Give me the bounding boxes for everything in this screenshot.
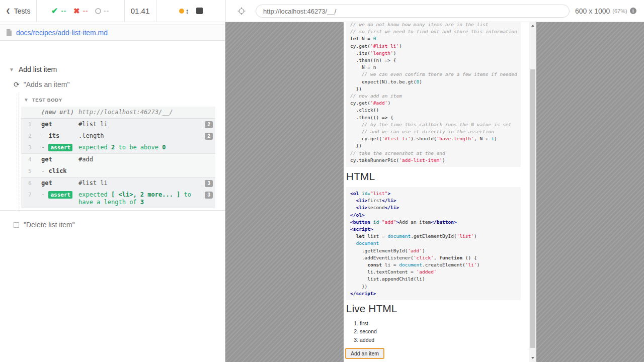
- info-icon[interactable]: i: [630, 8, 636, 14]
- code-line: <script>: [350, 226, 517, 233]
- selector-playground-icon[interactable]: [237, 7, 246, 15]
- add-an-item-button[interactable]: Add an item: [345, 348, 384, 359]
- command-method: - click: [41, 167, 78, 175]
- aut-url-input[interactable]: http://localhost:46273/__/: [256, 5, 570, 18]
- file-icon: [6, 29, 12, 36]
- scroll-up-arrow-icon[interactable]: [531, 25, 534, 27]
- code-line: cy.takeRunnerPic('add-list-item'): [350, 157, 517, 164]
- command-row[interactable]: 3- assertexpected 2 to be above 0: [21, 142, 215, 153]
- command-number: 5: [21, 167, 41, 175]
- viewport-scale: (67%): [612, 8, 627, 14]
- html-section-heading: HTML: [346, 170, 375, 183]
- code-line: <li>first</li>: [350, 197, 517, 204]
- code-line: expect(N).to.be.gt(0): [350, 78, 517, 85]
- refresh-icon: ⟳: [14, 81, 20, 88]
- command-row[interactable]: 7- assertexpected [ <li>, 2 more... ] to…: [21, 189, 215, 208]
- live-html-section-heading: Live HTML: [346, 303, 397, 315]
- command-message: [78, 167, 197, 175]
- pending-count: --: [104, 7, 109, 15]
- auto-scroll-toggle[interactable]: ↕: [179, 7, 189, 15]
- command-row[interactable]: 6get#list li3: [21, 177, 215, 189]
- pending-test-row[interactable]: "Delete list item": [14, 221, 75, 229]
- command-message: #list li: [78, 121, 197, 128]
- list-item: added: [360, 336, 377, 344]
- viewport-info: 600 x 1000 (67%) i: [575, 0, 636, 22]
- aut-url: http://localhost:46273/__/: [263, 8, 336, 15]
- caret-down-icon: ▼: [9, 67, 14, 72]
- passed-count: --: [61, 7, 66, 15]
- code-line: // now add an item: [350, 93, 517, 100]
- command-row[interactable]: 2- its.length2: [21, 130, 215, 142]
- aut-background: // we do not know how many items are in …: [225, 22, 644, 362]
- code-line: }): [350, 142, 517, 149]
- check-icon: ✔: [51, 6, 58, 16]
- code-line: <ol id="list">: [350, 190, 517, 197]
- aut-iframe: // we do not know how many items are in …: [344, 22, 536, 362]
- back-to-tests-button[interactable]: ❮ Tests: [0, 0, 36, 22]
- code-line: // by the time this callback runs the N …: [350, 121, 517, 128]
- code-line: document: [350, 240, 517, 247]
- up-down-arrow-icon: ↕: [186, 7, 189, 15]
- spec-code-block: // we do not know how many items are in …: [346, 22, 521, 167]
- command-row[interactable]: 5- click: [21, 165, 215, 177]
- scroll-down-arrow-icon[interactable]: [531, 357, 534, 359]
- test-body-label: TEST BODY: [32, 97, 62, 103]
- command-number: 1: [21, 121, 41, 128]
- code-line: </script>: [350, 290, 517, 297]
- suite-header[interactable]: ▼ Add list item: [9, 65, 57, 73]
- command-method: - assert: [41, 191, 78, 206]
- stop-button[interactable]: [196, 8, 203, 14]
- command-message: expected [ <li>, 2 more... ] to have a l…: [78, 191, 197, 206]
- x-icon: ✖: [73, 7, 80, 16]
- code-line: const li = document.createElement('li'): [350, 261, 517, 268]
- command-log: (new url)http://localhost:46273/__/1get#…: [21, 107, 215, 208]
- command-row[interactable]: 1get#list li2: [21, 119, 215, 130]
- test-duration: 01.41: [124, 0, 156, 22]
- command-row[interactable]: 4get#add: [21, 153, 215, 165]
- code-line: <li>second</li>: [350, 204, 517, 211]
- code-line: .then((n) => {: [350, 57, 517, 64]
- pending-stat: --: [95, 7, 109, 15]
- failed-stat: ✖ --: [73, 7, 88, 16]
- indent-guide-line: [19, 93, 19, 212]
- command-method: (new url): [41, 109, 78, 116]
- element-count-badge: 3: [205, 192, 213, 199]
- spec-path-link[interactable]: docs/recipes/add-list-item.md: [16, 29, 108, 37]
- test-title: "Adds an item": [24, 80, 70, 88]
- code-line: <button id="add">Add an item</button>: [350, 219, 517, 226]
- runner-header: ❮ Tests ✔ -- ✖ -- -- 01.41 ↕ http:: [0, 0, 644, 22]
- code-line: let list = document.getElementById('list…: [350, 233, 517, 240]
- code-line: list.appendChild(li): [350, 276, 517, 283]
- passed-stat: ✔ --: [51, 6, 66, 16]
- scrollbar-thumb[interactable]: [530, 69, 535, 348]
- element-count-badge: 3: [205, 180, 213, 187]
- scrollbar[interactable]: [529, 22, 536, 362]
- viewport-dimensions: 600 x 1000: [575, 7, 610, 15]
- list-item: second: [360, 327, 377, 335]
- code-line: li.textContent = 'added': [350, 268, 517, 276]
- test-header[interactable]: ⟳ "Adds an item": [14, 80, 69, 88]
- yellow-dot-icon: [179, 9, 184, 14]
- code-line: .addEventListener('click', function () {: [350, 254, 517, 261]
- assert-badge: assert: [48, 144, 72, 151]
- command-method: - assert: [41, 144, 78, 151]
- code-line: .click(): [350, 107, 517, 114]
- code-line: cy.get('#list li'): [350, 43, 517, 50]
- spec-file-header: docs/recipes/add-list-item.md: [0, 24, 225, 41]
- test-body-toggle[interactable]: ▼ TEST BODY: [24, 97, 62, 103]
- code-line: // we do not know how many items are in …: [350, 22, 517, 28]
- command-message: http://localhost:46273/__/: [78, 109, 197, 116]
- reporter-panel: docs/recipes/add-list-item.md ▼ Add list…: [0, 22, 225, 362]
- code-line: // and we can use it directly in the ass…: [350, 128, 517, 135]
- code-line: // take the screenshot at the end: [350, 150, 517, 157]
- code-line: }): [350, 283, 517, 290]
- command-message: #add: [78, 156, 197, 163]
- command-row[interactable]: (new url)http://localhost:46273/__/: [21, 107, 215, 119]
- command-number: 7: [21, 191, 41, 206]
- chevron-left-icon: ❮: [6, 8, 11, 14]
- code-line: let N = 0: [350, 35, 517, 42]
- command-message: .length: [78, 132, 197, 140]
- code-line: cy.get('#list li').should('have.length',…: [350, 135, 517, 142]
- assert-badge: assert: [48, 191, 72, 199]
- caret-down-icon: ▼: [24, 97, 29, 103]
